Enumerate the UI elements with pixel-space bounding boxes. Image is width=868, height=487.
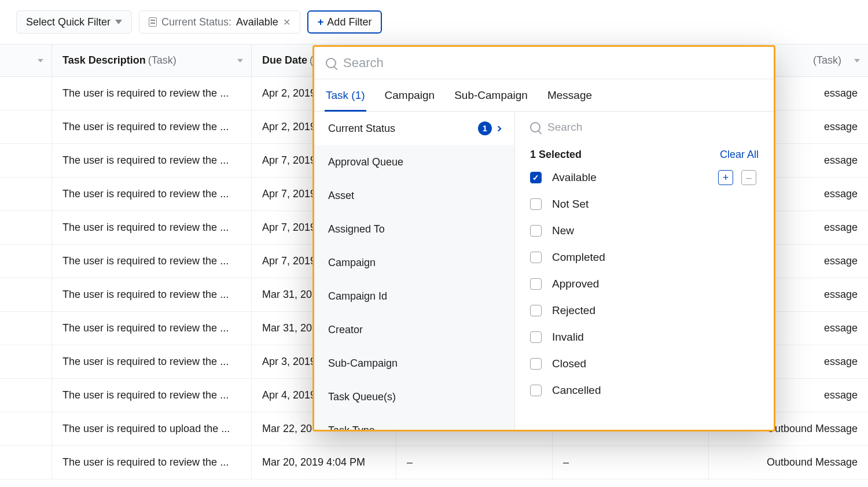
option-approved[interactable]: Approved xyxy=(530,278,759,290)
search-icon xyxy=(326,58,336,68)
popup-search-row xyxy=(314,47,774,79)
checkbox[interactable]: ✓ xyxy=(530,172,542,183)
column-label: Task Description xyxy=(62,54,146,67)
chevron-right-icon xyxy=(496,126,502,131)
values-search-input[interactable] xyxy=(547,121,760,134)
field-label: Task Type xyxy=(328,425,375,430)
option-label: Approved xyxy=(552,278,599,290)
option-label: Rejected xyxy=(552,304,595,317)
cell-description: The user is required to upload the ... xyxy=(52,412,252,445)
chevron-down-icon xyxy=(854,59,860,62)
cell-description: The user is required to review the ... xyxy=(52,211,252,244)
filter-field-campaign[interactable]: Campaign xyxy=(314,246,514,279)
quick-filter-select[interactable]: Select Quick Filter xyxy=(16,10,132,34)
cell-description: The user is required to review the ... xyxy=(52,77,252,110)
cell-checkbox[interactable] xyxy=(0,110,52,143)
cell-checkbox[interactable] xyxy=(0,245,52,278)
cell-5: Outbound Message xyxy=(709,446,868,479)
close-icon[interactable]: ✕ xyxy=(283,17,290,28)
status-icon xyxy=(149,17,157,27)
cell-checkbox[interactable] xyxy=(0,211,52,244)
filter-field-approval-queue[interactable]: Approval Queue xyxy=(314,145,514,179)
filter-field-campaign-id[interactable]: Campaign Id xyxy=(314,279,514,313)
checkbox[interactable] xyxy=(530,385,542,396)
cell-description: The user is required to review the ... xyxy=(52,110,252,143)
option-label: Invalid xyxy=(552,331,584,344)
chevron-down-icon xyxy=(237,59,243,62)
add-button[interactable]: + xyxy=(718,170,733,185)
filter-field-sub-campaign[interactable]: Sub-Campaign xyxy=(314,346,514,380)
checkbox[interactable] xyxy=(530,331,542,343)
cell-description: The user is required to review the ... xyxy=(52,312,252,345)
cell-description: The user is required to review the ... xyxy=(52,345,252,378)
filter-field-task-queue-s-[interactable]: Task Queue(s) xyxy=(314,380,514,414)
add-filter-button[interactable]: + Add Filter xyxy=(307,10,382,34)
checkbox[interactable] xyxy=(530,225,542,237)
cell-4: – xyxy=(553,446,709,479)
chevron-down-icon xyxy=(115,20,122,24)
remove-button[interactable]: – xyxy=(741,170,756,185)
cell-checkbox[interactable] xyxy=(0,278,52,311)
option-label: Cancelled xyxy=(552,384,601,397)
cell-checkbox[interactable] xyxy=(0,77,52,110)
option-not-set[interactable]: Not Set xyxy=(530,198,759,211)
popup-tabs: Task (1)CampaignSub-CampaignMessage xyxy=(314,79,774,112)
popup-search-input[interactable] xyxy=(343,56,762,71)
cell-checkbox[interactable] xyxy=(0,178,52,211)
cell-checkbox[interactable] xyxy=(0,345,52,378)
option-invalid[interactable]: Invalid xyxy=(530,331,759,344)
popup-body: Current Status1Approval QueueAssetAssign… xyxy=(314,112,774,430)
popup-action-buttons: + – xyxy=(718,170,756,185)
add-filter-label: Add Filter xyxy=(327,16,372,28)
cell-description: The user is required to review the ... xyxy=(52,144,252,177)
filter-values-panel: 1 Selected Clear All ✓AvailableNot SetNe… xyxy=(515,112,774,430)
table-row[interactable]: The user is required to review the ...Ma… xyxy=(0,446,868,479)
filter-field-current-status[interactable]: Current Status1 xyxy=(314,112,514,145)
cell-description: The user is required to review the ... xyxy=(52,379,252,412)
field-label: Current Status xyxy=(328,123,395,135)
option-cancelled[interactable]: Cancelled xyxy=(530,384,759,397)
clear-all-link[interactable]: Clear All xyxy=(720,149,759,161)
filter-popup: Task (1)CampaignSub-CampaignMessage Curr… xyxy=(312,45,775,431)
checkbox[interactable] xyxy=(530,252,542,263)
field-label: Task Queue(s) xyxy=(328,391,396,403)
status-filter-value: Available xyxy=(236,16,278,28)
cell-checkbox[interactable] xyxy=(0,312,52,345)
checkbox[interactable] xyxy=(530,305,542,316)
filter-field-creator[interactable]: Creator xyxy=(314,313,514,346)
option-rejected[interactable]: Rejected xyxy=(530,304,759,317)
tab-task-1-[interactable]: Task (1) xyxy=(326,79,365,111)
checkbox[interactable] xyxy=(530,358,542,370)
cell-checkbox[interactable] xyxy=(0,412,52,445)
checkbox[interactable] xyxy=(530,278,542,290)
field-label: Asset xyxy=(328,190,354,202)
filter-field-task-type[interactable]: Task Type xyxy=(314,414,514,430)
tab-message[interactable]: Message xyxy=(547,79,592,111)
option-completed[interactable]: Completed xyxy=(530,251,759,264)
filter-field-asset[interactable]: Asset xyxy=(314,179,514,212)
quick-filter-label: Select Quick Filter xyxy=(26,16,111,28)
selected-summary-row: 1 Selected Clear All xyxy=(515,143,774,171)
option-label: Closed xyxy=(552,357,586,370)
status-filter-prefix: Current Status: xyxy=(161,16,231,28)
tab-campaign[interactable]: Campaign xyxy=(385,79,435,111)
option-label: Completed xyxy=(552,251,605,264)
field-label: Assigned To xyxy=(328,223,385,235)
chevron-down-icon xyxy=(38,59,43,62)
options-list: ✓AvailableNot SetNewCompletedApprovedRej… xyxy=(515,171,774,397)
count-badge: 1 xyxy=(478,121,492,135)
option-closed[interactable]: Closed xyxy=(530,357,759,370)
column-header-0[interactable] xyxy=(0,45,52,76)
column-header-task-description[interactable]: Task Description (Task) xyxy=(52,45,252,76)
cell-checkbox[interactable] xyxy=(0,144,52,177)
cell-checkbox[interactable] xyxy=(0,446,52,479)
field-label: Campaign Id xyxy=(328,290,387,302)
cell-checkbox[interactable] xyxy=(0,379,52,412)
status-filter-chip[interactable]: Current Status: Available ✕ xyxy=(139,10,300,34)
filter-field-assigned-to[interactable]: Assigned To xyxy=(314,212,514,246)
checkbox[interactable] xyxy=(530,198,542,210)
field-label: Sub-Campaign xyxy=(328,357,398,370)
option-new[interactable]: New xyxy=(530,224,759,237)
cell-description: The user is required to review the ... xyxy=(52,245,252,278)
tab-sub-campaign[interactable]: Sub-Campaign xyxy=(454,79,528,111)
